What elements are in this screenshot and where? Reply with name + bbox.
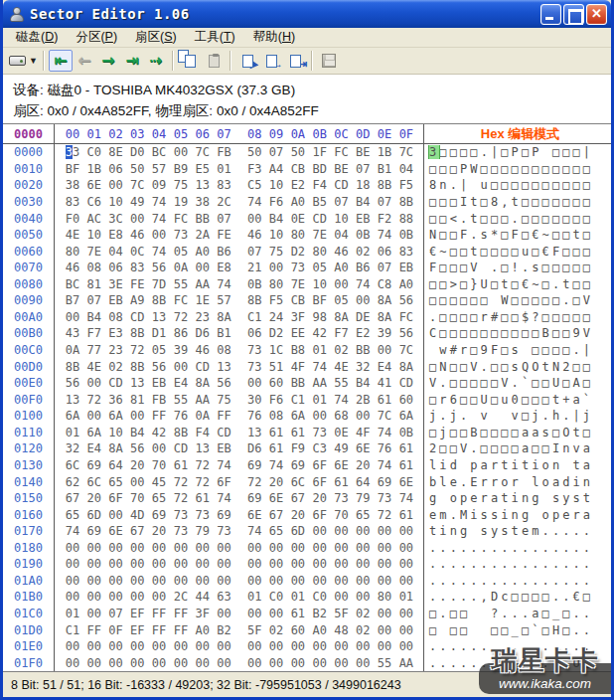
hex-byte[interactable]: 00 <box>265 574 287 588</box>
hex-byte[interactable]: 0A <box>170 261 192 274</box>
hex-byte[interactable]: 61 <box>265 441 287 455</box>
hex-byte[interactable]: 00 <box>287 557 309 571</box>
hex-byte[interactable]: 00 <box>374 343 395 357</box>
hex-byte[interactable]: CD <box>331 178 353 192</box>
hex-byte[interactable]: 6A <box>287 409 309 423</box>
hex-byte[interactable]: 81 <box>126 393 148 407</box>
hex-byte[interactable]: 72 <box>170 310 192 324</box>
hex-byte[interactable]: 00 <box>331 524 353 538</box>
hex-byte[interactable]: 7E <box>83 245 105 259</box>
hex-byte[interactable]: 20 <box>126 458 148 472</box>
hex-byte[interactable]: 00 <box>265 557 287 571</box>
hex-byte[interactable]: 73 <box>331 491 353 505</box>
hex-byte[interactable]: 07 <box>331 195 353 209</box>
hex-byte[interactable]: D6 <box>192 326 214 340</box>
hex-byte[interactable]: 64 <box>105 458 127 472</box>
hex-byte[interactable]: 72 <box>192 475 214 489</box>
hex-byte[interactable]: 55 <box>331 376 353 390</box>
hex-byte[interactable]: 00 <box>352 639 374 653</box>
hex-byte[interactable]: 6F <box>105 491 127 505</box>
hex-byte[interactable]: 00 <box>105 508 127 522</box>
hex-byte[interactable]: 2C <box>214 195 235 209</box>
hex-byte[interactable]: 00 <box>62 639 83 653</box>
hex-byte[interactable]: 49 <box>331 441 353 455</box>
ascii-text[interactable]: □□□PW□□□□□□□□□□□ <box>424 162 611 176</box>
hex-byte[interactable]: FE <box>214 228 235 242</box>
close-button[interactable]: ✕ <box>586 4 607 25</box>
hex-byte[interactable]: 8B <box>148 293 170 307</box>
hex-byte[interactable]: 01 <box>309 343 331 357</box>
hex-byte[interactable]: 00 <box>309 409 331 423</box>
hex-byte[interactable]: 2B <box>352 393 374 407</box>
ascii-text[interactable]: F□□□V .□!.s□□□□□ <box>424 261 611 274</box>
hex-byte[interactable]: 6C <box>287 475 309 489</box>
ascii-text[interactable]: N□□F.s*□F□€~□□t□ <box>424 228 611 242</box>
hex-byte[interactable]: 02 <box>105 360 127 374</box>
hex-byte[interactable]: 00 <box>374 524 395 538</box>
ascii-text[interactable]: □□<.t□□□.□□□□□□□ <box>424 212 611 226</box>
hex-byte[interactable]: 0B <box>243 277 265 291</box>
ascii-text[interactable]: □□□It□8,t□□□□□□□ <box>424 195 611 209</box>
hex-byte[interactable]: 20 <box>83 491 105 505</box>
hex-byte[interactable]: 44 <box>192 590 214 604</box>
hex-byte[interactable]: F7 <box>331 326 353 340</box>
hex-byte[interactable]: 74 <box>214 458 235 472</box>
hex-byte[interactable]: C0 <box>83 145 105 159</box>
hex-byte[interactable]: AA <box>192 277 214 291</box>
hex-byte[interactable]: 69 <box>243 458 265 472</box>
hex-byte[interactable]: 02 <box>265 623 287 637</box>
hex-byte[interactable]: AA <box>395 656 417 670</box>
hex-byte[interactable]: 00 <box>192 557 214 571</box>
ascii-text[interactable]: V.□□□□□V.`□□U□A□ <box>424 376 611 390</box>
hex-byte[interactable]: 73 <box>170 524 192 538</box>
hex-byte[interactable]: FF <box>148 409 170 423</box>
hex-byte[interactable]: 72 <box>192 458 214 472</box>
hex-byte[interactable]: 00 <box>62 557 83 571</box>
hex-byte[interactable]: CD <box>214 426 235 439</box>
hex-byte[interactable]: 4E <box>331 360 353 374</box>
hex-byte[interactable]: 60 <box>395 393 417 407</box>
hex-byte[interactable]: B5 <box>309 195 331 209</box>
hex-byte[interactable]: E8 <box>105 228 127 242</box>
ascii-text[interactable]: □□□□□□ W□□□□□.□V <box>424 293 611 307</box>
hex-byte[interactable]: 00 <box>126 590 148 604</box>
hex-byte[interactable]: 67 <box>287 491 309 505</box>
hex-byte[interactable]: 01 <box>309 393 331 407</box>
hex-byte[interactable]: 07 <box>374 195 395 209</box>
hex-byte[interactable]: A0 <box>192 623 214 637</box>
hex-byte[interactable]: 81 <box>83 277 105 291</box>
hex-byte[interactable]: C1 <box>243 310 265 324</box>
hex-byte[interactable]: 73 <box>309 426 331 439</box>
hex-byte[interactable]: 74 <box>352 277 374 291</box>
hex-byte[interactable]: 10 <box>105 426 127 439</box>
hex-byte[interactable]: 18 <box>352 178 374 192</box>
hex-byte[interactable]: 00 <box>105 178 127 192</box>
hex-byte[interactable]: 00 <box>192 261 214 274</box>
ascii-text[interactable]: 2□□V.□□□□a□□Inva <box>424 441 611 455</box>
hex-byte[interactable]: 61 <box>395 508 417 522</box>
hex-byte[interactable]: B4 <box>352 195 374 209</box>
menu-item-p[interactable]: 分区(P) <box>67 27 126 48</box>
hex-byte[interactable]: 00 <box>170 639 192 653</box>
hex-byte[interactable]: 46 <box>243 228 265 242</box>
hex-byte[interactable]: 7C <box>395 343 417 357</box>
hex-byte[interactable]: EB <box>148 376 170 390</box>
hex-byte[interactable]: 00 <box>148 590 170 604</box>
hex-byte[interactable]: 23 <box>105 343 127 357</box>
hex-byte[interactable]: 04 <box>395 162 417 176</box>
hex-byte[interactable]: 76 <box>170 409 192 423</box>
minimize-button[interactable] <box>540 4 561 25</box>
menu-item-s[interactable]: 扇区(S) <box>126 27 186 48</box>
hex-byte[interactable]: 6E <box>395 475 417 489</box>
hex-byte[interactable]: 7D <box>148 277 170 291</box>
hex-byte[interactable]: 74 <box>374 228 395 242</box>
hex-byte[interactable]: 00 <box>192 541 214 555</box>
hex-byte[interactable]: 00 <box>126 212 148 226</box>
hex-byte[interactable]: 74 <box>62 524 83 538</box>
hex-byte[interactable]: 33 <box>62 145 83 159</box>
hex-byte[interactable]: 3C <box>105 212 127 226</box>
hex-byte[interactable]: 06 <box>243 326 265 340</box>
hex-byte[interactable]: CD <box>309 212 331 226</box>
hex-byte[interactable]: 8E <box>105 145 127 159</box>
hex-byte[interactable]: 20 <box>265 475 287 489</box>
